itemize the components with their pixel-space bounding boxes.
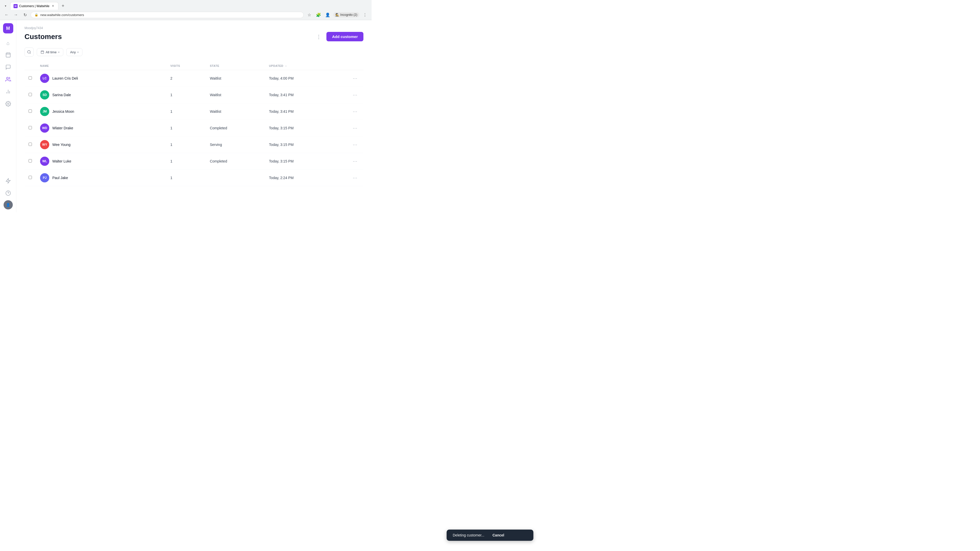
row-checkbox[interactable]: [29, 159, 32, 162]
customer-name: Wee Young: [52, 143, 70, 147]
search-btn[interactable]: [24, 48, 34, 57]
customer-name: Paul Jake: [52, 176, 68, 180]
time-filter-label: All time: [46, 50, 57, 54]
sidebar-item-settings[interactable]: [3, 99, 14, 110]
profile-btn[interactable]: 👤: [324, 11, 331, 18]
row-updated-cell: Today, 3:15 PM: [265, 120, 337, 137]
header-actions: ⋮ Add customer: [314, 32, 363, 41]
row-state-cell: Completed: [206, 120, 265, 137]
table-row[interactable]: WD Wlater Drake 1 Completed Today, 3:15 …: [24, 120, 363, 137]
sidebar-item-analytics[interactable]: [3, 86, 14, 98]
browser-nav: ← → ↻ 🔒 new.waitwhile.com/customers ☆ 🧩 …: [0, 10, 372, 20]
row-state-cell: [206, 170, 265, 186]
table-row[interactable]: WY Wee Young 1 Serving Today, 3:15 PM ⋯: [24, 137, 363, 153]
row-actions-btn[interactable]: ⋯: [351, 75, 360, 82]
sidebar-item-lightning[interactable]: [3, 176, 14, 187]
address-text: new.waitwhile.com/customers: [40, 13, 84, 17]
table-row[interactable]: JM Jessica Moon 1 Waitlist Today, 3:41 P…: [24, 103, 363, 120]
table-row[interactable]: PJ Paul Jake 1 Today, 2:24 PM ⋯: [24, 170, 363, 186]
more-options-btn[interactable]: ⋮: [314, 32, 323, 41]
row-updated-cell: Today, 3:15 PM: [265, 137, 337, 153]
time-filter-btn[interactable]: All time ▾: [37, 48, 63, 56]
sidebar-item-calendar[interactable]: [3, 50, 14, 61]
menu-btn[interactable]: ⋮: [361, 11, 369, 18]
lightning-icon: [5, 178, 11, 185]
row-checkbox-cell: [24, 153, 36, 170]
row-name-cell: WY Wee Young: [36, 137, 166, 153]
svg-point-4: [6, 77, 8, 79]
table-row[interactable]: LC Lauren Cris Deli 2 Waitlist Today, 4:…: [24, 70, 363, 87]
row-updated-cell: Today, 3:15 PM: [265, 153, 337, 170]
row-visits-cell: 1: [166, 170, 206, 186]
row-checkbox[interactable]: [29, 143, 32, 146]
sidebar-logo[interactable]: M: [3, 23, 13, 33]
row-updated-cell: Today, 3:41 PM: [265, 103, 337, 120]
active-tab[interactable]: W Customers | Waitwhile ✕: [10, 2, 59, 10]
new-tab-btn[interactable]: +: [59, 2, 67, 10]
customer-avatar: JM: [40, 107, 49, 116]
row-checkbox[interactable]: [29, 176, 32, 179]
row-checkbox-cell: [24, 137, 36, 153]
avatar-icon: 👤: [6, 203, 10, 207]
row-actions-btn[interactable]: ⋯: [351, 91, 360, 99]
row-actions-btn[interactable]: ⋯: [351, 124, 360, 132]
address-bar[interactable]: 🔒 new.waitwhile.com/customers: [30, 12, 304, 18]
row-visits-cell: 2: [166, 70, 206, 87]
row-actions-btn[interactable]: ⋯: [351, 108, 360, 115]
row-state-cell: Serving: [206, 137, 265, 153]
breadcrumb: Moodjoy7434: [24, 26, 363, 30]
user-avatar[interactable]: 👤: [3, 200, 13, 210]
reload-btn[interactable]: ↻: [21, 11, 29, 18]
row-checkbox[interactable]: [29, 110, 32, 113]
row-updated-cell: Today, 3:41 PM: [265, 87, 337, 103]
bookmark-btn[interactable]: ☆: [306, 11, 313, 18]
any-filter-label: Any: [70, 50, 76, 54]
page-title: Customers: [24, 33, 62, 41]
tab-close-btn[interactable]: ✕: [51, 4, 55, 8]
row-name-cell: LC Lauren Cris Deli: [36, 70, 166, 87]
incognito-icon: 🕵: [335, 13, 339, 17]
row-visits-cell: 1: [166, 87, 206, 103]
row-checkbox[interactable]: [29, 76, 32, 79]
help-icon: [5, 190, 11, 197]
svg-rect-14: [41, 51, 44, 54]
table-row[interactable]: SD Sarina Dale 1 Waitlist Today, 3:41 PM…: [24, 87, 363, 103]
any-filter-btn[interactable]: Any ▾: [66, 48, 83, 56]
tab-list-btn[interactable]: ▾: [2, 2, 9, 10]
row-state-cell: Waitlist: [206, 87, 265, 103]
sidebar-item-chat[interactable]: [3, 62, 14, 73]
col-updated-header[interactable]: UPDATED ↕: [265, 62, 337, 70]
row-actions-cell: ⋯: [337, 120, 363, 137]
customer-avatar: PJ: [40, 173, 49, 183]
sidebar-item-help[interactable]: [3, 188, 14, 199]
row-actions-btn[interactable]: ⋯: [351, 174, 360, 182]
table-row[interactable]: WL Walter Luke 1 Completed Today, 3:15 P…: [24, 153, 363, 170]
extensions-btn[interactable]: 🧩: [315, 11, 322, 18]
row-state-cell: Waitlist: [206, 70, 265, 87]
row-actions-cell: ⋯: [337, 137, 363, 153]
row-checkbox[interactable]: [29, 126, 32, 129]
add-customer-btn[interactable]: Add customer: [326, 32, 363, 41]
sidebar-item-home[interactable]: ⌂: [3, 38, 14, 49]
sidebar-item-customers[interactable]: [3, 74, 14, 86]
settings-icon: [5, 101, 11, 108]
tab-favicon: W: [14, 4, 18, 8]
row-checkbox[interactable]: [29, 93, 32, 96]
sidebar-bottom: 👤: [3, 176, 14, 210]
row-updated-cell: Today, 4:00 PM: [265, 70, 337, 87]
svg-point-10: [6, 191, 10, 195]
row-name-cell: PJ Paul Jake: [36, 170, 166, 186]
row-actions-btn[interactable]: ⋯: [351, 157, 360, 165]
row-actions-cell: ⋯: [337, 153, 363, 170]
customer-name: Walter Luke: [52, 159, 71, 163]
row-checkbox-cell: [24, 70, 36, 87]
main-content: Moodjoy7434 Customers ⋮ Add customer: [16, 20, 372, 212]
row-actions-cell: ⋯: [337, 87, 363, 103]
customer-avatar: SD: [40, 90, 49, 100]
svg-rect-0: [6, 53, 10, 57]
chevron-down-icon: ▾: [58, 51, 59, 54]
forward-btn[interactable]: →: [12, 11, 19, 18]
row-actions-btn[interactable]: ⋯: [351, 141, 360, 148]
back-btn[interactable]: ←: [3, 11, 10, 18]
row-checkbox-cell: [24, 87, 36, 103]
